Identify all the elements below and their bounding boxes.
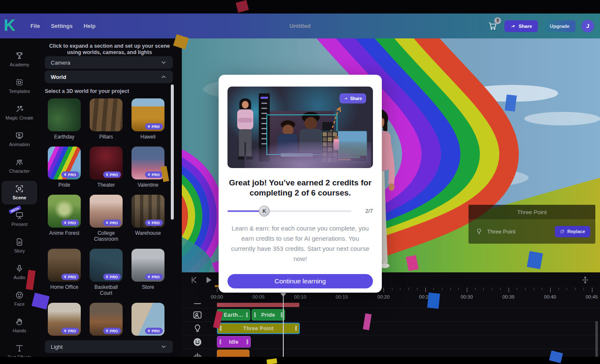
world-card-office2[interactable]: ♛ PRO [48,303,81,344]
timeline-clip[interactable] [217,350,249,357]
ruler-tick [400,288,400,290]
timeline[interactable]: 00:0000:0500:1000:1500:2000:2500:3000:35… [182,288,600,357]
world-thumbnail[interactable]: ♛ PRO [90,147,123,179]
sidebar-item-story[interactable]: Story [2,234,37,258]
world-thumbnail[interactable]: ♛ PRO [48,147,81,179]
world-thumbnail[interactable]: ♛ PRO [132,249,164,282]
world-card-college-classroom[interactable]: ♛ PRO College Classroom [90,195,123,242]
sidebar-item-academy[interactable]: Academy [2,48,37,71]
world-thumbnail[interactable]: ♛ PRO [90,303,123,336]
ruler-tick [408,288,409,290]
world-thumbnail[interactable]: ♛ PRO [90,249,123,282]
menu-bar: FileSettingsHelp [30,23,96,29]
app-logo[interactable]: K [0,17,19,35]
panel-scrollbar[interactable] [171,84,174,220]
crown-icon: ♛ [106,221,109,225]
world-card-store[interactable]: ♛ PRO Store [132,249,164,296]
replace-light-button[interactable]: Replace [555,226,590,237]
menu-settings[interactable]: Settings [51,23,72,29]
world-thumbnail[interactable] [90,98,123,131]
menu-file[interactable]: File [30,23,40,29]
sidebar-item-animation[interactable]: Animation [2,128,37,151]
timeline-track-audio [182,349,600,357]
world-thumbnail[interactable]: ♛ PRO [132,98,164,131]
world-thumbnail[interactable]: ♛ PRO [132,195,164,228]
timeline-clip[interactable]: Three Point [217,323,300,334]
world-thumbnail[interactable] [48,98,81,131]
menu-help[interactable]: Help [84,23,96,29]
playhead[interactable] [283,293,284,357]
sidebar-item-templates[interactable]: Templates [2,74,37,98]
sidebar-item-magic-create[interactable]: Magic Create [2,101,37,125]
scene-setup-panel: Click to expand a section and set up you… [39,38,182,357]
world-thumbnail[interactable]: ♛ PRO [132,147,164,179]
timeline-expand-button[interactable] [578,274,592,285]
world-card-pillars[interactable]: Pillars [90,98,123,140]
sidebar-item-scene[interactable]: Scene [2,181,37,204]
clip-grip-right[interactable] [246,312,248,318]
timeline-track-light: Three Point [182,322,600,335]
world-card-basketball-court[interactable]: ♛ PRO Basketball Court [90,249,123,296]
world-card-conference[interactable]: ♛ PRO [90,303,123,344]
world-card-skyroom[interactable]: ♛ PRO [132,303,164,344]
world-card-pride[interactable]: ♛ PRO Pride [48,147,81,188]
timeline-clip[interactable]: Earth… [217,309,250,321]
timeline-clip[interactable] [217,303,299,307]
world-card-valentine[interactable]: ♛ PRO Valentine [132,147,164,188]
progress-count: 2/7 [365,208,373,214]
sidebar-item-audio[interactable]: Audio [2,261,37,284]
clip-grip-right[interactable] [295,326,297,331]
modal-heading: Great job! You’ve earned 2 credits for c… [229,178,372,198]
world-card-warehouse[interactable]: ♛ PRO Warehouse [132,195,164,242]
world-name: Home Office [50,284,78,290]
world-thumbnail[interactable]: ♛ PRO [48,249,81,282]
strip-track-icon[interactable] [192,298,203,309]
world-card-home-office[interactable]: ♛ PRO Home Office [48,249,81,296]
play-button[interactable] [201,274,216,285]
upgrade-button[interactable]: Upgrade [544,20,575,32]
animation-icon [15,131,24,140]
ruler-tick [475,288,476,290]
world-name: Store [142,284,154,290]
playhead-handle[interactable] [280,293,286,297]
k-logo-icon: K [3,17,16,34]
share-button[interactable]: Share [504,20,538,32]
ruler-tick [550,288,551,292]
sidebar-item-hands[interactable]: Hands [2,314,37,337]
trophy-icon [15,51,24,60]
ruler-label: 00:35 [502,294,515,299]
light-section-header[interactable]: Light [45,340,173,353]
user-avatar[interactable]: J [581,20,594,33]
world-thumbnail[interactable]: ♛ PRO [48,195,81,228]
clip-grip-right[interactable] [247,339,248,345]
cart-button[interactable]: 0 [488,21,499,32]
clip-grip-right[interactable] [281,312,282,318]
pro-badge: ♛ PRO [103,328,121,334]
ruler-tick [592,288,592,292]
world-card-earthday[interactable]: Earthday [48,98,81,140]
smiley-track-icon[interactable] [192,337,203,348]
world-thumbnail[interactable]: ♛ PRO [48,303,81,336]
sidebar-item-label: Present [11,222,27,227]
world-thumbnail[interactable]: ♛ PRO [90,195,123,228]
left-sidebar: Academy Templates Magic Create Animation… [0,38,39,357]
world-thumbnail[interactable]: ♛ PRO [132,303,164,336]
timeline-vscrollbar[interactable] [595,321,598,357]
world-section-header[interactable]: World [45,71,173,83]
world-track-icon[interactable] [192,310,203,321]
sidebar-item-present[interactable]: BETA Present [2,207,37,231]
light-track-icon[interactable] [192,323,203,334]
ruler-tick [559,288,559,290]
world-card-haweli[interactable]: ♛ PRO Haweli [132,98,164,140]
bars-track-icon[interactable] [192,350,203,357]
timeline-clip[interactable]: Idle [217,336,251,348]
camera-section-header[interactable]: Camera [45,56,173,69]
continue-learning-button[interactable]: Continue learning [227,274,373,288]
world-card-anime-forest[interactable]: ♛ PRO Anime Forest [48,195,81,242]
skip-to-start-button[interactable] [187,274,201,285]
sidebar-item-face[interactable]: Face [2,287,37,311]
sidebar-item-label: Face [14,302,25,307]
sidebar-item-character[interactable]: Character [2,154,37,178]
world-card-theater[interactable]: ♛ PRO Theater [90,147,123,188]
timeline-clip[interactable]: Pride [252,309,285,321]
